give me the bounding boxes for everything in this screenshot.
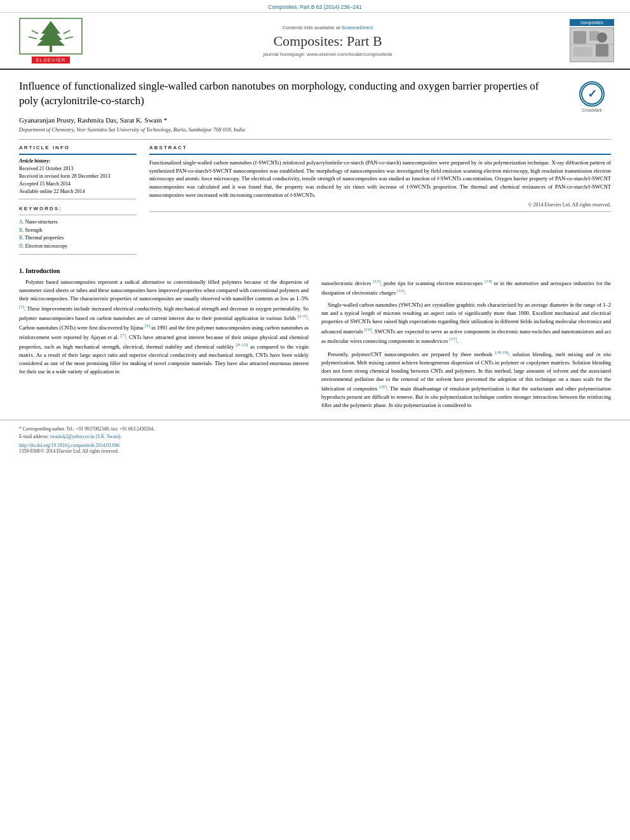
svg-rect-12 <box>573 47 593 57</box>
journal-header: ELSEVIER Contents lists available at Sci… <box>0 13 630 70</box>
footnote-email-line: E-mail address: swainsk2@yahoo.co.in (S.… <box>19 433 611 440</box>
svg-line-7 <box>65 37 73 39</box>
journal-logo-right: composites <box>566 19 617 62</box>
article-info-box: Article history: Received 21 October 201… <box>19 154 137 199</box>
crossmark-icon: ✓ <box>579 81 605 107</box>
svg-rect-0 <box>50 46 52 52</box>
crossmark-label: CrossMark <box>582 108 601 112</box>
abstract-text: Functionalized single-walled carbon nano… <box>149 159 611 199</box>
copyright-line: © 2014 Elsevier Ltd. All rights reserved… <box>149 202 611 208</box>
received-date: Received 21 October 2013 <box>19 165 137 173</box>
section-1-title: 1. Introduction <box>19 267 611 274</box>
footer-notes: * Corresponding author. Tel.: +91 993708… <box>0 420 630 457</box>
article-title: Influence of functionalized single-walle… <box>19 79 611 109</box>
available-date: Available online 22 March 2014 <box>19 188 137 196</box>
composites-badge: composites <box>570 19 614 26</box>
footnote-email-link[interactable]: swainsk2@yahoo.co.in (S.K. Swain). <box>50 434 122 439</box>
body-area: 1. Introduction Polymer based nanocompos… <box>0 261 630 420</box>
keywords-box: A. Nano-structures B. Strength B. Therma… <box>19 215 137 255</box>
article-area: Influence of functionalized single-walle… <box>0 70 630 261</box>
keyword-2: B. Strength <box>19 227 137 235</box>
journal-center: Contents lists available at ScienceDirec… <box>89 25 566 57</box>
affiliation: Department of Chemistry, Veer Surendra S… <box>19 126 611 133</box>
history-label: Article history: <box>19 158 137 164</box>
body-paragraph-1: Polymer based nanocomposites represent a… <box>19 278 309 376</box>
article-info-abstract-row: ARTICLE INFO Article history: Received 2… <box>19 145 611 255</box>
abstract-box: Functionalized single-walled carbon nano… <box>149 154 611 212</box>
svg-text:✓: ✓ <box>587 88 597 100</box>
composites-right-image <box>570 27 614 62</box>
svg-point-14 <box>597 32 607 43</box>
sciencedirect-line: Contents lists available at ScienceDirec… <box>89 25 566 30</box>
page: Composites: Part B 62 (2014) 236–241 ELS… <box>0 0 630 840</box>
keyword-3: B. Thermal properties <box>19 234 137 243</box>
body-paragraph-3: Single-walled carbon nanotubes (SWCNTs) … <box>321 301 611 345</box>
svg-rect-13 <box>596 44 608 57</box>
divider <box>19 139 611 140</box>
journal-title: Composites: Part B <box>89 33 566 50</box>
journal-reference-bar: Composites: Part B 62 (2014) 236–241 <box>0 0 630 13</box>
article-info-label: ARTICLE INFO <box>19 145 137 150</box>
elsevier-label: ELSEVIER <box>32 57 69 63</box>
keywords-section: Keywords: A. Nano-structures B. Strength… <box>19 206 137 255</box>
revised-date: Received in revised form 28 December 201… <box>19 173 137 180</box>
body-paragraph-4: Presently, polymer/CNT nanocomposites ar… <box>321 349 611 410</box>
svg-line-5 <box>29 37 37 39</box>
doi-line[interactable]: http://dx.doi.org/10.1016/j.compositesb.… <box>19 443 611 448</box>
composites-image-icon <box>570 28 613 62</box>
svg-line-6 <box>64 30 70 34</box>
keyword-1: A. Nano-structures <box>19 218 137 227</box>
svg-rect-10 <box>573 31 586 44</box>
elsevier-logo-left: ELSEVIER <box>13 18 89 63</box>
footnote-star-line: * Corresponding author. Tel.: +91 993708… <box>19 425 611 432</box>
article-info-column: ARTICLE INFO Article history: Received 2… <box>19 145 137 255</box>
abstract-column: ABSTRACT Functionalized single-walled ca… <box>149 145 611 255</box>
keyword-4: D. Electron microscopy <box>19 243 137 251</box>
body-column-2: nanoelectronic devices [13], probe tips … <box>321 278 611 413</box>
body-column-1: Polymer based nanocomposites represent a… <box>19 278 309 413</box>
abstract-label: ABSTRACT <box>149 145 611 150</box>
elsevier-tree-icon <box>19 18 83 55</box>
authors: Gyanaranjan Prusty, Rashmita Das, Sarat … <box>19 116 611 124</box>
journal-homepage: journal homepage: www.elsevier.com/locat… <box>89 51 566 57</box>
keywords-label: Keywords: <box>19 206 137 211</box>
crossmark[interactable]: ✓ CrossMark <box>573 79 611 114</box>
body-two-columns: Polymer based nanocomposites represent a… <box>19 278 611 413</box>
journal-ref-link[interactable]: Composites: Part B 62 (2014) 236–241 <box>268 4 361 10</box>
sciencedirect-link[interactable]: ScienceDirect <box>342 25 373 30</box>
issn-line: 1359-8368/© 2014 Elsevier Ltd. All right… <box>19 448 611 454</box>
svg-line-4 <box>32 30 38 34</box>
accepted-date: Accepted 15 March 2014 <box>19 180 137 188</box>
body-paragraph-2: nanoelectronic devices [13], probe tips … <box>321 278 611 297</box>
doi-link[interactable]: http://dx.doi.org/10.1016/j.compositesb.… <box>19 443 119 448</box>
